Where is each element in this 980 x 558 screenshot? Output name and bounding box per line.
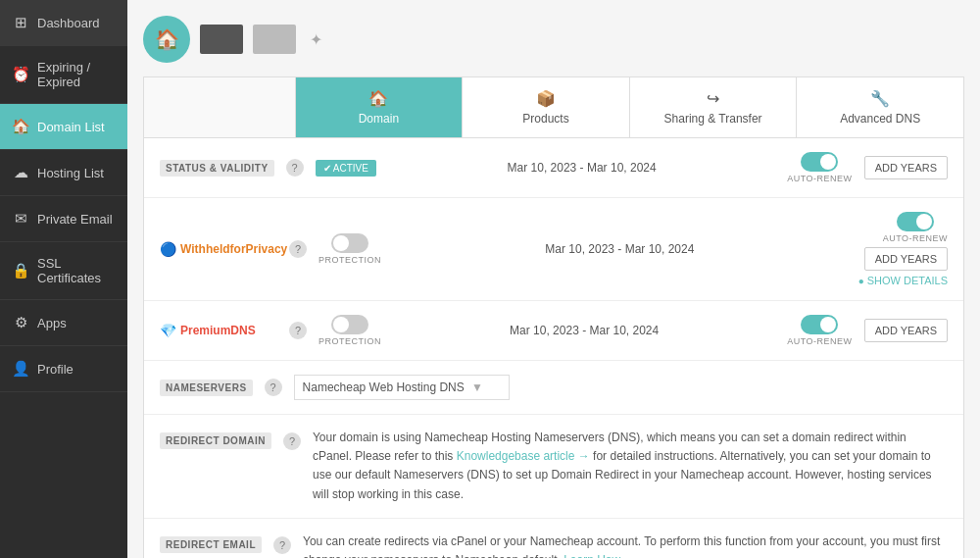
redirect-email-text: You can create redirects via cPanel or y…: [303, 533, 948, 558]
hosting-icon: ☁: [12, 164, 29, 181]
show-details-link[interactable]: ● SHOW DETAILS: [858, 275, 948, 286]
knowledgebase-link[interactable]: Knowledgebase article →: [457, 449, 590, 463]
tab-advanced-dns[interactable]: 🔧 Advanced DNS: [797, 77, 963, 137]
nameservers-select: Namecheap Web Hosting DNS ▼: [294, 375, 948, 400]
show-details-label: SHOW DETAILS: [867, 275, 948, 286]
premium-icon: 💎: [160, 323, 176, 338]
sidebar-item-profile[interactable]: 👤 Profile: [0, 346, 127, 392]
redirect-domain-help-btn[interactable]: ?: [283, 432, 301, 450]
sidebar-item-apps[interactable]: ⚙ Apps: [0, 300, 127, 346]
nameservers-help-btn[interactable]: ?: [265, 379, 282, 396]
domain-avatar: 🏠: [143, 16, 190, 63]
nameserver-dropdown[interactable]: Namecheap Web Hosting DNS ▼: [294, 375, 510, 400]
nameservers-row: NAMESERVERS ? Namecheap Web Hosting DNS …: [144, 361, 963, 415]
premium-dns-row: 💎 PremiumDNS ? PROTECTION Mar 10, 2023 -…: [144, 301, 963, 361]
sidebar-item-hosting-list[interactable]: ☁ Hosting List: [0, 150, 127, 196]
add-years-button-status[interactable]: ADD YEARS: [864, 156, 948, 179]
products-tab-icon: 📦: [536, 89, 556, 108]
learn-how-link[interactable]: Learn How →: [564, 553, 635, 558]
status-validity-row: STATUS & VALIDITY ? ✔ ACTIVE Mar 10, 202…: [144, 138, 963, 198]
domain-list-icon: 🏠: [12, 118, 29, 135]
domain-tab-icon: 🏠: [368, 89, 388, 108]
tab-dns-label: Advanced DNS: [840, 112, 920, 126]
content-panel: STATUS & VALIDITY ? ✔ ACTIVE Mar 10, 202…: [143, 137, 964, 558]
withheld-date-range: Mar 10, 2023 - Mar 10, 2024: [393, 242, 847, 256]
sidebar-item-label: Domain List: [37, 120, 105, 134]
sidebar-item-domain-list[interactable]: 🏠 Domain List: [0, 104, 127, 150]
tab-domain[interactable]: 🏠 Domain: [296, 77, 464, 137]
domain-header: 🏠 ✦: [143, 16, 964, 63]
auto-renew-toggle[interactable]: [801, 152, 838, 172]
dashboard-icon: ⊞: [12, 14, 29, 31]
tab-products-label: Products: [522, 112, 568, 126]
redirect-domain-text: Your domain is using Namecheap Hosting N…: [313, 429, 948, 504]
sidebar-item-label: Dashboard: [37, 16, 100, 30]
tab-products[interactable]: 📦 Products: [463, 77, 630, 137]
protection-label-premium: PROTECTION: [318, 336, 381, 346]
status-auto-renew-toggle[interactable]: AUTO-RENEW: [787, 152, 852, 183]
domain-star-icon: ✦: [310, 30, 322, 49]
dns-tab-icon: 🔧: [870, 89, 890, 108]
sidebar-item-expiring[interactable]: ⏰ Expiring / Expired: [0, 46, 127, 104]
protection-toggle-withheld[interactable]: [331, 233, 368, 253]
withheld-icon: 🔵: [160, 241, 176, 257]
withheld-label: WithheldforPrivacy: [180, 242, 287, 256]
add-years-button-premium[interactable]: ADD YEARS: [864, 319, 948, 342]
premium-help-btn[interactable]: ?: [289, 322, 307, 339]
status-date-range: Mar 10, 2023 - Mar 10, 2024: [388, 161, 775, 175]
auto-renew-toggle-premium[interactable]: [801, 315, 838, 334]
auto-renew-label-withheld: AUTO-RENEW: [883, 233, 948, 243]
profile-icon: 👤: [12, 360, 29, 378]
nameservers-label: NAMESERVERS: [160, 380, 253, 396]
sidebar-item-label: Private Email: [37, 212, 113, 227]
premium-protection-toggle[interactable]: PROTECTION: [318, 315, 381, 346]
tab-sharing-label: Sharing & Transfer: [664, 112, 762, 126]
sidebar-item-label: Apps: [37, 316, 67, 330]
sidebar-item-label: Expiring / Expired: [37, 60, 116, 89]
domain-thumb[interactable]: [200, 25, 243, 54]
apps-icon: ⚙: [12, 314, 29, 331]
auto-renew-label: AUTO-RENEW: [787, 174, 852, 183]
premium-auto-renew-toggle[interactable]: AUTO-RENEW: [787, 315, 852, 346]
sidebar-item-label: SSL Certificates: [37, 256, 116, 285]
redirect-domain-row: REDIRECT DOMAIN ? Your domain is using N…: [144, 415, 963, 519]
withheld-help-btn[interactable]: ?: [289, 240, 307, 258]
premium-dns-label: PremiumDNS: [180, 324, 256, 337]
protection-label-withheld: PROTECTION: [318, 255, 381, 265]
tabs: 🏠 Domain 📦 Products ↪ Sharing & Transfer…: [143, 76, 964, 137]
redirect-email-help-btn[interactable]: ?: [273, 536, 291, 554]
withheld-protection-toggle[interactable]: PROTECTION: [318, 233, 381, 265]
premium-date-range: Mar 10, 2023 - Mar 10, 2024: [393, 324, 775, 337]
tab-domain-label: Domain: [359, 112, 399, 126]
domain-thumb2[interactable]: [253, 25, 296, 54]
status-section-label: STATUS & VALIDITY: [160, 160, 274, 177]
add-years-button-withheld[interactable]: ADD YEARS: [864, 247, 948, 271]
active-badge: ✔ ACTIVE: [316, 160, 376, 177]
sharing-tab-icon: ↪: [707, 89, 719, 108]
sidebar-item-ssl-certs[interactable]: 🔒 SSL Certificates: [0, 242, 127, 300]
main-content: 🏠 ✦ 🏠 Domain 📦 Products ↪ Sharing & Tran…: [127, 0, 980, 558]
nameserver-value: Namecheap Web Hosting DNS: [303, 380, 465, 394]
protection-toggle-premium[interactable]: [331, 315, 368, 334]
tab-sharing-transfer[interactable]: ↪ Sharing & Transfer: [630, 77, 798, 137]
expiring-icon: ⏰: [12, 66, 29, 83]
redirect-email-label: REDIRECT EMAIL: [160, 536, 262, 553]
status-help-btn[interactable]: ?: [286, 159, 304, 177]
sidebar-item-label: Hosting List: [37, 166, 104, 180]
redirect-domain-label: REDIRECT DOMAIN: [160, 432, 271, 449]
withheld-privacy-row: 🔵 WithheldforPrivacy ? PROTECTION Mar 10…: [144, 198, 963, 301]
dropdown-arrow-icon: ▼: [471, 380, 483, 394]
redirect-email-row: REDIRECT EMAIL ? You can create redirect…: [144, 519, 963, 558]
email-icon: ✉: [12, 210, 29, 228]
lock-icon: 🔒: [12, 262, 29, 279]
withheld-details-col: AUTO-RENEW ADD YEARS ● SHOW DETAILS: [858, 212, 948, 286]
sidebar-item-label: Profile: [37, 362, 74, 377]
sidebar: ⊞ Dashboard ⏰ Expiring / Expired 🏠 Domai…: [0, 0, 127, 558]
sidebar-item-dashboard[interactable]: ⊞ Dashboard: [0, 0, 127, 46]
auto-renew-toggle-withheld[interactable]: [897, 212, 934, 231]
withheld-auto-renew-toggle[interactable]: AUTO-RENEW: [883, 212, 948, 243]
sidebar-item-private-email[interactable]: ✉ Private Email: [0, 196, 127, 242]
auto-renew-label-premium: AUTO-RENEW: [787, 336, 852, 346]
